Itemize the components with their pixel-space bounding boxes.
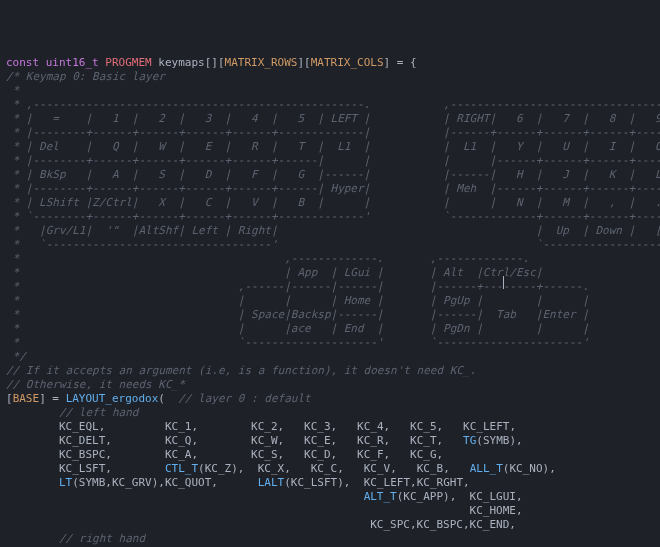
text-cursor (503, 276, 504, 289)
keycode (344, 462, 364, 475)
keycode: KC_W, (251, 434, 284, 447)
comment: /* Keymap 0: Basic layer (6, 70, 165, 83)
keycode: KC_DELT, (59, 434, 112, 447)
progmem: PROGMEM (105, 56, 151, 69)
eq-brace: = { (390, 56, 417, 69)
keycode: KC_SPC, (370, 518, 416, 531)
keycode: KC_BSPC, (59, 448, 112, 461)
comment-line: // Otherwise, it needs KC_* (6, 378, 185, 391)
keycode: KC_G, (410, 448, 443, 461)
keycode (397, 462, 417, 475)
keycode: KC_S, (251, 448, 284, 461)
keycode: KC_R, (357, 434, 390, 447)
keycode: KC_QUOT, (165, 476, 218, 489)
keycode: KC_3, (304, 420, 337, 433)
layout-macro: LAYOUT_ergodox (66, 392, 159, 405)
keycode: KC_5, (410, 420, 443, 433)
macro-call: TG (463, 434, 476, 447)
keycode: KC_E, (304, 434, 337, 447)
keycode: KC_4, (357, 420, 390, 433)
macro-call: ALL_T (470, 462, 503, 475)
type: uint16_t (46, 56, 99, 69)
comment-right-hand: // right hand (6, 532, 145, 545)
brackets: [][ (205, 56, 225, 69)
keycode: KC_HOME, (470, 504, 523, 517)
keycode: KC_2, (251, 420, 284, 433)
keycode: KC_T, (410, 434, 443, 447)
macro-call: ALT_T (364, 490, 397, 503)
code-editor[interactable]: const uint16_t PROGMEM keymaps[][MATRIX_… (0, 56, 660, 547)
keycode: KC_END, (470, 518, 516, 531)
comment-line: // If it accepts an argument (i.e, is a … (6, 364, 476, 377)
macro-call: CTL_T (165, 462, 198, 475)
matrix-cols: MATRIX_COLS (311, 56, 384, 69)
keyword: const (6, 56, 39, 69)
keycode: KC_LEFT, (463, 420, 516, 433)
keycode (244, 462, 257, 475)
var-name: keymaps (158, 56, 204, 69)
keycode: KC_Q, (165, 434, 198, 447)
keycode: KC_A, (165, 448, 198, 461)
macro-call: LT (59, 476, 72, 489)
keycode: KC_D, (304, 448, 337, 461)
keycode: KC_1, (165, 420, 198, 433)
keycode (450, 462, 470, 475)
keycode (456, 490, 469, 503)
keycode: KC_F, (357, 448, 390, 461)
keycode: KC_LSFT, (59, 462, 112, 475)
macro-call: LALT (258, 476, 285, 489)
keycode: KC_RGHT, (417, 476, 470, 489)
base-layer: BASE (13, 392, 40, 405)
comment-left-hand: // left hand (6, 406, 138, 419)
keycode: KC_EQL, (59, 420, 105, 433)
keycode (291, 462, 311, 475)
matrix-rows: MATRIX_ROWS (225, 56, 298, 69)
keycode (350, 476, 363, 489)
